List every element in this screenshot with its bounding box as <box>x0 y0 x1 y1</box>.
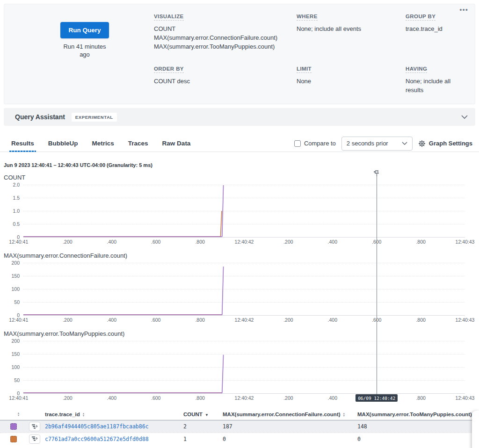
x-tick-label: 12:40:42 <box>235 239 254 245</box>
limit-value[interactable]: None <box>297 77 406 86</box>
chart-plot[interactable]: 200150100500 <box>23 341 465 393</box>
x-tick-label: .400 <box>328 395 337 401</box>
count-value: 2 <box>183 423 223 430</box>
x-tick-label: .600 <box>151 317 160 323</box>
chart-series-svg <box>23 263 465 315</box>
y-tick-label: 200 <box>1 338 20 344</box>
y-tick-label: 150 <box>1 351 20 357</box>
x-tick-label: .200 <box>283 395 293 401</box>
trace-id-link[interactable]: 2b96af4944405c805ae1187fbcaab86c <box>45 423 183 430</box>
column-header-trace-id[interactable]: trace.trace_id▲▼ <box>45 412 183 417</box>
chart-count: COUNT 2.01.51.00.50 12:40:41.200.400.600… <box>0 174 479 246</box>
series-color-swatch[interactable] <box>10 436 17 442</box>
query-assistant-bar[interactable]: Query Assistant EXPERIMENTAL <box>4 108 475 126</box>
y-tick-label: 2.0 <box>1 182 20 188</box>
max-connection-failure-value: 0 <box>223 436 357 442</box>
x-tick-label: .200 <box>63 395 72 401</box>
x-tick-label: 12:40:41 <box>9 317 28 323</box>
graph-settings-label: Graph Settings <box>429 140 472 147</box>
order-by-value[interactable]: COUNT desc <box>154 77 297 86</box>
y-tick-label: 200 <box>1 260 20 266</box>
having-value[interactable]: None; include all results <box>406 77 467 94</box>
series-color-swatch[interactable] <box>10 423 17 430</box>
ellipsis-icon[interactable]: ••• <box>459 6 468 13</box>
chart-title: MAX(summary.error.TooManyPuppies.count) <box>4 330 479 337</box>
chart-series-svg <box>23 185 465 237</box>
chart-plot[interactable]: 200150100500 <box>23 263 465 315</box>
x-tick-label: .800 <box>416 239 425 245</box>
x-tick-label: .400 <box>107 395 116 401</box>
x-tick-label: 12:40:42 <box>235 317 254 323</box>
visualize-item[interactable]: MAX(summary.error.ConnectionFailure.coun… <box>154 33 297 42</box>
table-header-row: ▲▼trace.trace_id▲▼COUNT▼MAX(summary.erro… <box>0 409 479 420</box>
y-tick-label: 100 <box>1 286 20 292</box>
sort-desc-icon: ▼ <box>205 413 209 417</box>
where-value[interactable]: None; include all events <box>297 24 406 33</box>
compare-period-value: 2 seconds prior <box>347 140 388 147</box>
tab-bubbleup[interactable]: BubbleUp <box>48 135 78 152</box>
table-row[interactable]: c7761ad7a0cc9600a512672e5dfd0d88100 <box>0 433 479 445</box>
tab-metrics[interactable]: Metrics <box>92 135 114 152</box>
visualize-label[interactable]: VISUALIZE <box>154 14 184 21</box>
order-by-section: ORDER BY COUNT desc <box>154 64 297 94</box>
results-toolbar: ResultsBubbleUpMetricsTracesRaw Data Com… <box>0 135 479 152</box>
gridline <box>23 393 465 394</box>
run-query-area: Run Query Run 41 minutes ago <box>15 12 154 94</box>
view-trace-button[interactable] <box>29 434 40 444</box>
compare-to-checkbox[interactable] <box>294 140 301 147</box>
y-tick-label: 150 <box>1 273 20 279</box>
x-tick-label: .800 <box>195 395 204 401</box>
last-run-text: Run 41 minutes ago <box>61 43 108 58</box>
x-tick-label: 12:40:43 <box>456 317 475 323</box>
series-c7761ad7a0cc9600a512672e5dfd0d88 <box>23 211 222 237</box>
tab-results[interactable]: Results <box>11 135 34 152</box>
x-tick-label: .400 <box>328 317 337 323</box>
y-tick-label: 50 <box>1 299 20 305</box>
order-by-label[interactable]: ORDER BY <box>154 66 184 73</box>
tab-raw-data[interactable]: Raw Data <box>162 135 191 152</box>
chart-plot[interactable]: 2.01.51.00.50 <box>23 185 465 237</box>
group-by-label[interactable]: GROUP BY <box>406 14 435 21</box>
trace-waterfall-icon <box>32 436 38 441</box>
tab-bar: ResultsBubbleUpMetricsTracesRaw Data <box>11 135 190 152</box>
column-header-count[interactable]: COUNT▼ <box>183 412 223 417</box>
limit-section: LIMIT None <box>297 64 406 94</box>
max-connection-failure-value: 187 <box>223 423 357 430</box>
x-tick-label: .800 <box>195 239 204 245</box>
group-by-value[interactable]: trace.trace_id <box>406 24 467 33</box>
chevron-down-icon[interactable] <box>461 115 468 119</box>
having-label[interactable]: HAVING <box>406 66 427 73</box>
group-by-section: GROUP BY trace.trace_id <box>406 12 467 51</box>
y-tick-label: 100 <box>1 364 20 370</box>
compare-period-select[interactable]: 2 seconds prior <box>341 137 413 151</box>
crosshair-line[interactable] <box>377 176 377 396</box>
graph-settings-button[interactable]: Graph Settings <box>418 140 472 147</box>
table-scroll-handle[interactable] <box>472 411 479 448</box>
limit-label[interactable]: LIMIT <box>297 66 312 73</box>
chart-title: MAX(summary.error.ConnectionFailure.coun… <box>4 252 479 259</box>
sort-icon[interactable]: ▲▼ <box>17 412 20 417</box>
trace-id-link[interactable]: c7761ad7a0cc9600a512672e5dfd0d88 <box>45 436 183 442</box>
visualize-item[interactable]: COUNT <box>154 24 297 33</box>
where-label[interactable]: WHERE <box>297 14 318 21</box>
view-trace-button[interactable] <box>29 422 40 431</box>
table-row[interactable]: 2b96af4944405c805ae1187fbcaab86c2187148 <box>0 420 479 433</box>
pushpin-icon[interactable] <box>373 170 380 177</box>
gridline <box>23 315 465 316</box>
experimental-badge: EXPERIMENTAL <box>72 113 117 122</box>
column-header-max-too-many-puppies[interactable]: MAX(summary.error.TooManyPuppies.count)▲… <box>357 412 479 417</box>
chart-x-axis: 12:40:41.200.400.600.80012:40:42.200.400… <box>23 395 465 402</box>
run-query-button[interactable]: Run Query <box>60 22 109 38</box>
compare-to-toggle[interactable]: Compare to <box>294 140 336 147</box>
time-range-header: Jun 9 2023 12:40:41 – 12:40:43 UTC-04:00… <box>4 162 479 168</box>
chart-too-many-puppies: MAX(summary.error.TooManyPuppies.count) … <box>0 330 479 402</box>
column-header-max-connection-failure[interactable]: MAX(summary.error.ConnectionFailure.coun… <box>223 412 357 417</box>
tab-traces[interactable]: Traces <box>128 135 148 152</box>
x-tick-label: .600 <box>151 395 160 401</box>
x-tick-label: 12:40:43 <box>456 395 475 401</box>
x-tick-label: 12:40:41 <box>9 239 28 245</box>
sort-icon: ▲▼ <box>82 412 85 417</box>
results-table: ▲▼trace.trace_id▲▼COUNT▼MAX(summary.erro… <box>0 409 479 445</box>
chart-title: COUNT <box>4 174 479 181</box>
visualize-item[interactable]: MAX(summary.error.TooManyPuppies.count) <box>154 42 297 51</box>
